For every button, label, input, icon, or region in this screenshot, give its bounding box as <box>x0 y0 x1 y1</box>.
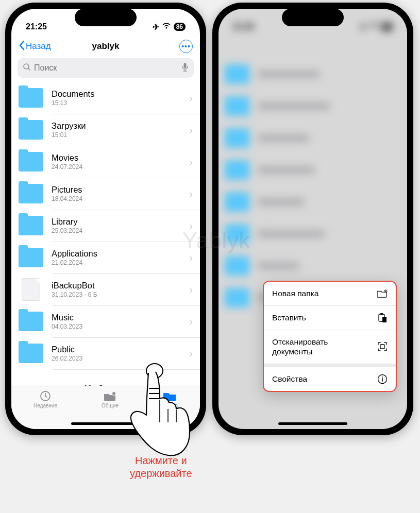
menu-paste[interactable]: Вставить <box>264 306 396 330</box>
document-icon <box>22 278 40 301</box>
scan-icon <box>377 341 388 352</box>
status-icons: ✈︎ 86 <box>153 22 186 32</box>
file-row[interactable]: Applications21.02.2024› <box>11 242 200 273</box>
tab-shared[interactable]: Общие <box>102 390 119 408</box>
info-icon <box>377 374 388 384</box>
wifi-icon <box>369 22 378 31</box>
file-row[interactable]: Movies24.07.2024› <box>11 146 200 178</box>
ellipsis-icon: ••• <box>181 42 191 50</box>
file-name: Applications <box>52 249 189 259</box>
nav-bar: Назад yablyk ••• <box>11 36 200 56</box>
hint-text: Нажмите и удерживайте <box>130 454 192 480</box>
svg-point-3 <box>112 392 115 396</box>
svg-rect-7 <box>382 317 387 322</box>
airplane-icon: ✈︎ <box>360 22 366 32</box>
file-subtitle: 25.03.2024 <box>52 227 189 234</box>
screen-right: 21:25 ✈︎ 86 Новая папка <box>219 9 407 429</box>
menu-new-folder[interactable]: Новая папка <box>264 282 396 306</box>
file-subtitle: 21.02.2024 <box>52 259 189 266</box>
clock-icon <box>39 390 52 402</box>
file-row[interactable]: Music04.03.2023› <box>11 305 200 337</box>
file-name: Movies <box>52 153 189 163</box>
svg-rect-8 <box>380 345 384 349</box>
file-row[interactable]: Library25.03.2024› <box>11 210 200 242</box>
chevron-right-icon: › <box>189 348 193 360</box>
folder-icon <box>19 88 43 108</box>
phone-frame-left: 21:25 ✈︎ 86 Назад yablyk ••• <box>5 3 206 435</box>
home-indicator[interactable] <box>278 422 347 425</box>
chevron-right-icon: › <box>189 316 193 328</box>
file-name: iBackupBot <box>52 281 189 291</box>
file-row[interactable]: Documents15:13› <box>11 82 200 114</box>
file-list: Documents15:13›Загрузки15:01›Movies24.07… <box>11 82 200 369</box>
tab-bar: Недавние Общие Обзор <box>11 386 200 429</box>
file-name: Pictures <box>52 185 189 195</box>
folder-icon <box>19 216 43 235</box>
folder-icon <box>19 184 43 203</box>
tab-recent[interactable]: Недавние <box>33 390 57 408</box>
svg-rect-6 <box>380 313 383 315</box>
chevron-right-icon: › <box>189 156 193 168</box>
shared-folder-icon <box>104 390 117 402</box>
status-icons: ✈︎ 86 <box>360 22 393 32</box>
file-subtitle: 18.04.2024 <box>52 195 189 202</box>
airplane-icon: ✈︎ <box>153 22 159 32</box>
tab-recent-label: Недавние <box>33 403 57 408</box>
back-label: Назад <box>26 41 51 52</box>
menu-properties-label: Свойства <box>272 374 307 384</box>
file-name: Documents <box>52 89 189 99</box>
svg-point-10 <box>382 377 383 378</box>
more-button[interactable]: ••• <box>179 40 193 53</box>
file-name: Public <box>52 345 189 355</box>
status-time: 21:25 <box>233 22 254 31</box>
mic-icon[interactable] <box>181 62 189 74</box>
folder-icon <box>19 152 43 172</box>
screen-left: 21:25 ✈︎ 86 Назад yablyk ••• <box>11 9 200 429</box>
file-row[interactable]: Pictures18.04.2024› <box>11 178 200 210</box>
file-subtitle: 26.02.2023 <box>52 355 189 362</box>
menu-properties[interactable]: Свойства <box>264 364 396 391</box>
menu-paste-label: Вставить <box>272 313 306 322</box>
back-button[interactable]: Назад <box>19 40 51 53</box>
hint-line2: удерживайте <box>130 467 192 480</box>
menu-scan-label: Отсканировать документы <box>272 337 365 357</box>
new-folder-icon <box>377 288 388 299</box>
chevron-right-icon: › <box>189 188 193 200</box>
search-bar[interactable] <box>18 58 194 78</box>
file-subtitle: 31.10.2023 - 6 Б <box>52 291 189 298</box>
chevron-right-icon: › <box>189 284 193 296</box>
file-row[interactable]: Загрузки15:01› <box>11 114 200 146</box>
menu-new-folder-label: Новая папка <box>272 289 318 298</box>
status-time: 21:25 <box>26 22 47 31</box>
folder-icon <box>19 120 43 140</box>
search-icon <box>23 63 31 73</box>
tab-browse[interactable]: Обзор <box>163 390 178 408</box>
battery-icon: 86 <box>381 23 393 31</box>
file-subtitle: 15:13 <box>52 99 189 107</box>
folder-icon <box>19 312 43 331</box>
chevron-right-icon: › <box>189 220 193 232</box>
chevron-left-icon <box>19 40 25 53</box>
file-subtitle: 24.07.2024 <box>52 163 189 170</box>
context-menu: Новая папка Вставить Отсканировать докум… <box>263 281 397 392</box>
tab-shared-label: Общие <box>102 403 119 408</box>
dynamic-island <box>282 9 344 26</box>
clipboard-icon <box>377 313 388 323</box>
battery-icon: 86 <box>174 23 186 31</box>
chevron-right-icon: › <box>189 92 193 104</box>
folder-icon <box>163 390 177 402</box>
chevron-right-icon: › <box>189 252 193 264</box>
file-subtitle: 15:01 <box>52 131 189 139</box>
svg-rect-1 <box>184 63 187 68</box>
dynamic-island <box>75 9 137 26</box>
search-input[interactable] <box>34 63 178 73</box>
menu-scan[interactable]: Отсканировать документы <box>264 330 396 364</box>
file-name: Загрузки <box>52 121 189 131</box>
home-indicator[interactable] <box>71 422 140 425</box>
file-row[interactable]: iBackupBot31.10.2023 - 6 Б› <box>11 273 200 305</box>
file-row[interactable]: Public26.02.2023› <box>11 337 200 369</box>
file-name: Library <box>52 217 189 227</box>
wifi-icon <box>162 22 171 31</box>
file-subtitle: 04.03.2023 <box>52 323 189 330</box>
file-name: Music <box>52 313 189 323</box>
